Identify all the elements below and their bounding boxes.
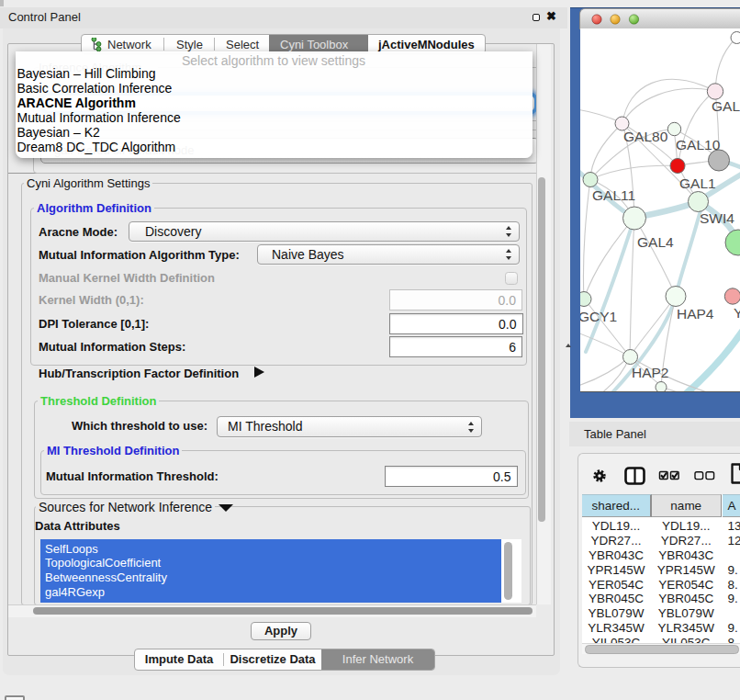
svg-text:SWI4: SWI4: [700, 210, 734, 226]
svg-text:GAL7: GAL7: [712, 98, 740, 114]
svg-text:GAL11: GAL11: [592, 187, 635, 203]
svg-text:GAL80: GAL80: [623, 129, 668, 144]
svg-text:GAL4: GAL4: [637, 234, 674, 250]
svg-text:GAL1: GAL1: [679, 175, 716, 191]
svg-text:GAL10: GAL10: [676, 137, 721, 152]
svg-text:GCY1: GCY1: [580, 309, 617, 324]
svg-text:Y: Y: [734, 305, 740, 321]
svg-text:HAP4: HAP4: [677, 306, 714, 322]
svg-text:HAP2: HAP2: [632, 365, 669, 380]
